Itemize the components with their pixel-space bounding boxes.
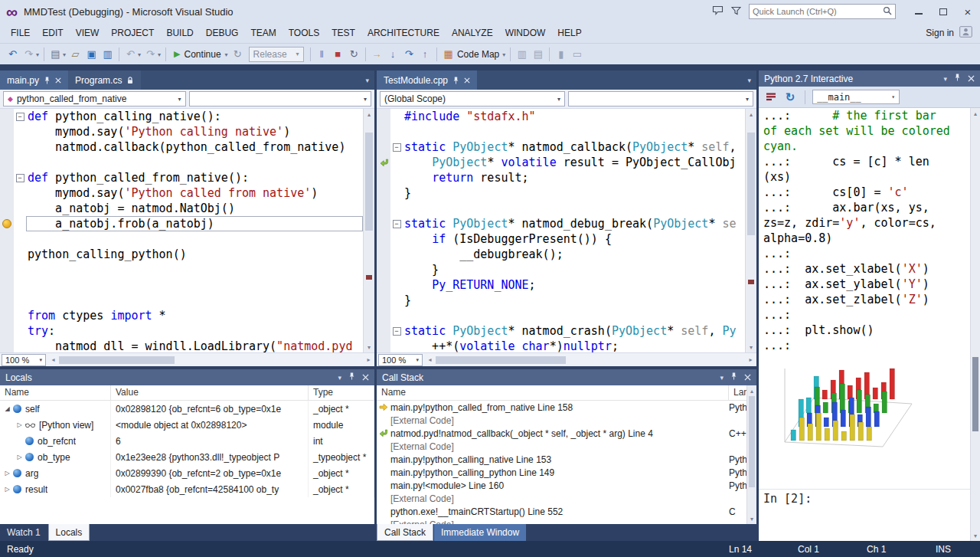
fold-margin-cell[interactable] — [390, 231, 403, 247]
glyph-margin-cell[interactable] — [377, 277, 390, 293]
code-text[interactable]: return result; — [403, 170, 745, 185]
tab-main-py[interactable]: main.py — [0, 70, 68, 90]
fold-margin-cell[interactable] — [390, 201, 403, 216]
line-indent-icon[interactable]: ▤ — [530, 46, 546, 63]
refresh-icon[interactable]: ↻ — [346, 46, 362, 63]
call-stack-row[interactable]: main.py!<module> Line 160Python — [377, 479, 756, 492]
collapse-region-icon[interactable]: − — [393, 220, 401, 228]
step-over-icon[interactable]: ↷ — [401, 46, 417, 63]
glyph-margin-cell[interactable] — [0, 185, 14, 201]
code-text[interactable]: natmod.callback(python_called_from_nativ… — [26, 139, 363, 155]
scroll-down-icon[interactable]: ▾ — [747, 513, 756, 524]
document-list-caret-icon[interactable]: ▾ — [742, 70, 756, 90]
code-text[interactable]: ++*(volatile char*)nullptr; — [403, 339, 745, 352]
fold-margin-cell[interactable] — [390, 293, 403, 308]
code-text[interactable]: } — [403, 262, 745, 277]
code-text[interactable]: def python_called_from_native(): — [26, 170, 363, 185]
repl-line[interactable]: alpha=0.8) — [759, 231, 970, 246]
quick-launch-input[interactable] — [753, 7, 883, 16]
left-horizontal-scrollbar[interactable]: ◂ ▸ — [47, 354, 374, 366]
dropdown-caret-icon[interactable]: ▾ — [502, 51, 505, 58]
collapse-region-icon[interactable]: − — [16, 113, 24, 121]
interactive-scrollbar[interactable]: ▴ ▾ — [970, 108, 980, 541]
glyph-margin-cell[interactable] — [377, 155, 390, 170]
tab-immediate-window[interactable]: Immediate Window — [434, 524, 526, 541]
glyph-margin-cell[interactable] — [377, 201, 390, 216]
call-stack-row[interactable]: [External Code] — [377, 414, 756, 427]
repl-line[interactable]: ...: ax.set_zlabel('Z') — [759, 292, 970, 307]
close-icon[interactable] — [55, 77, 61, 84]
expander-right-icon[interactable]: ▷ — [3, 486, 11, 493]
expander-right-icon[interactable]: ▷ — [3, 470, 11, 477]
window-menu-caret-icon[interactable]: ▾ — [338, 374, 341, 382]
glyph-margin-cell[interactable] — [0, 247, 14, 262]
middle-zoom-dropdown[interactable]: 100 % ▾ — [378, 354, 423, 366]
call-stack-row[interactable]: main.py!python_called_from_native Line 1… — [377, 401, 756, 414]
code-text[interactable]: PyObject* volatile result = PyObject_Cal… — [403, 155, 745, 170]
code-text[interactable]: } — [403, 185, 745, 201]
glyph-margin-cell[interactable] — [0, 124, 14, 139]
glyph-margin-cell[interactable] — [377, 262, 390, 277]
sign-in-link[interactable]: Sign in — [926, 28, 954, 38]
comment-icon[interactable]: ▭ — [569, 46, 585, 63]
fold-margin-cell[interactable] — [390, 339, 403, 352]
code-text[interactable] — [26, 231, 363, 247]
repl-history-icon[interactable] — [763, 90, 779, 105]
quick-launch-box[interactable] — [749, 4, 896, 19]
feedback-icon[interactable] — [712, 5, 724, 18]
glyph-margin-cell[interactable] — [377, 139, 390, 155]
menu-test[interactable]: TEST — [325, 24, 361, 42]
menu-analyze[interactable]: ANALYZE — [446, 24, 499, 42]
fold-margin-cell[interactable] — [14, 216, 26, 231]
fold-margin-cell[interactable] — [14, 339, 26, 352]
scroll-down-icon[interactable]: ▾ — [364, 342, 374, 352]
left-types-dropdown[interactable]: ◆ python_called_from_native ▾ — [3, 91, 186, 106]
locals-row[interactable]: ▷[Python view]<module object at 0x028981… — [0, 417, 374, 433]
fold-margin-cell[interactable] — [14, 323, 26, 339]
pin-icon[interactable] — [44, 76, 51, 85]
dropdown-caret-icon[interactable]: ▾ — [138, 51, 141, 58]
dropdown-caret-icon[interactable]: ▾ — [158, 51, 161, 58]
code-text[interactable] — [403, 201, 745, 216]
left-zoom-dropdown[interactable]: 100 % ▾ — [2, 354, 46, 366]
expander-down-icon[interactable]: ◢ — [3, 405, 11, 412]
repl-input-area[interactable] — [759, 507, 970, 541]
fold-margin-cell[interactable]: − — [390, 323, 403, 339]
scroll-left-icon[interactable]: ◂ — [47, 356, 59, 363]
user-avatar-icon[interactable] — [959, 26, 972, 40]
new-file-icon[interactable]: ▤ — [47, 46, 64, 63]
expander-right-icon[interactable]: ▷ — [15, 421, 24, 428]
scroll-up-icon[interactable]: ▴ — [747, 385, 756, 396]
code-text[interactable]: Py_RETURN_NONE; — [403, 277, 745, 293]
menu-view[interactable]: VIEW — [70, 24, 106, 42]
close-icon[interactable] — [744, 372, 751, 383]
fold-margin-cell[interactable] — [14, 247, 26, 262]
call-stack-row[interactable]: main.py!python_calling_python Line 149Py… — [377, 466, 756, 479]
code-text[interactable]: python_calling_python() — [26, 247, 363, 262]
reset-repl-icon[interactable]: ↻ — [782, 90, 798, 105]
window-menu-caret-icon[interactable]: ▾ — [720, 374, 724, 382]
glyph-margin-cell[interactable] — [0, 262, 14, 277]
code-text[interactable]: static PyObject* natmod_callback(PyObjec… — [403, 139, 745, 155]
glyph-margin-cell[interactable] — [0, 170, 14, 185]
repl-line[interactable]: of each set will be colored — [759, 123, 970, 139]
glyph-margin-cell[interactable] — [377, 216, 390, 231]
glyph-margin-cell[interactable] — [0, 109, 14, 124]
glyph-margin-cell[interactable] — [0, 231, 14, 247]
fold-margin-cell[interactable] — [14, 293, 26, 308]
menu-architecture[interactable]: ARCHITECTURE — [361, 24, 446, 42]
close-icon[interactable] — [464, 77, 470, 84]
fold-margin-cell[interactable] — [390, 185, 403, 201]
scroll-left-icon[interactable]: ◂ — [424, 356, 436, 363]
tab-program-cs[interactable]: Program.cs — [68, 70, 141, 90]
scroll-down-icon[interactable]: ▾ — [971, 530, 980, 541]
fold-margin-cell[interactable] — [14, 201, 26, 216]
code-map-button[interactable]: ▦Code Map — [440, 48, 504, 60]
code-text[interactable] — [403, 124, 745, 139]
pin-icon[interactable] — [730, 372, 737, 383]
call-stack-row[interactable]: [External Code] — [377, 440, 756, 453]
menu-edit[interactable]: EDIT — [36, 24, 69, 42]
close-icon[interactable] — [968, 74, 975, 84]
step-out-icon[interactable]: ↑ — [417, 46, 433, 63]
call-stack-title-bar[interactable]: Call Stack ▾ — [377, 369, 756, 385]
